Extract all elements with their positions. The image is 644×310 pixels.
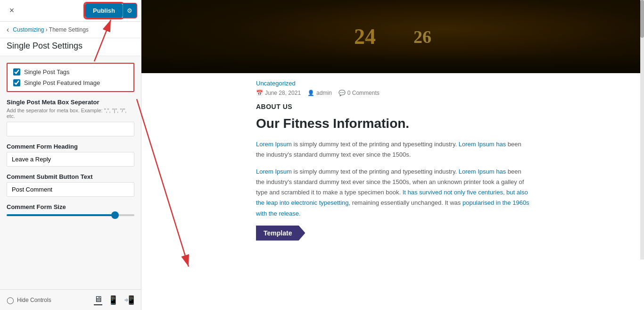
hero-image: 24 26 26 bbox=[141, 0, 644, 73]
tablet-icon: 📱 bbox=[108, 295, 118, 305]
mobile-view-button[interactable]: 📲 bbox=[124, 294, 134, 305]
single-post-featured-image-label: Single Post Featured Image bbox=[24, 79, 100, 86]
comment-submit-input[interactable] bbox=[7, 182, 134, 197]
user-icon: 👤 bbox=[307, 90, 314, 96]
comment-icon: 💬 bbox=[339, 90, 346, 96]
post-body: Lorem Ipsum is simply dummy text of the … bbox=[256, 139, 529, 219]
hero-number-2: 26 bbox=[413, 27, 431, 47]
desktop-icon: 🖥 bbox=[94, 294, 102, 304]
comment-size-slider-track bbox=[7, 214, 134, 216]
back-button[interactable]: ‹ bbox=[7, 25, 9, 34]
post-paragraph-2: Lorem Ipsum is simply dummy text of the … bbox=[256, 167, 529, 218]
post-paragraph-1: Lorem Ipsum is simply dummy text of the … bbox=[256, 139, 529, 160]
comment-size-label: Comment Form Size bbox=[7, 203, 134, 210]
calendar-icon: 📅 bbox=[256, 90, 263, 96]
preview-scrollbar-thumb[interactable] bbox=[640, 0, 644, 38]
separator-group: Single Post Meta Box Seperator Add the s… bbox=[7, 99, 134, 136]
lorem-link-3[interactable]: Lorem Ipsum bbox=[256, 168, 292, 175]
preview-content: Uncategorized 📅 June 28, 2021 👤 admin 💬 … bbox=[247, 80, 539, 260]
post-heading-large: Our Fitness Information. bbox=[256, 115, 529, 132]
single-post-tags-label: Single Post Tags bbox=[24, 68, 70, 75]
sidebar: × Publish ⚙ ‹ Customizing › Theme Settin… bbox=[0, 0, 141, 310]
bottom-bar: ◯ Hide Controls 🖥 📱 📲 bbox=[0, 289, 141, 310]
publish-area: Publish ⚙ bbox=[85, 4, 136, 17]
main-preview: 24 26 26 Uncategorized 📅 June 28, 2 bbox=[141, 0, 644, 310]
eye-icon: ◯ bbox=[7, 296, 14, 304]
post-comments: 💬 0 Comments bbox=[339, 90, 380, 96]
comment-size-group: Comment Form Size bbox=[7, 203, 134, 216]
desktop-view-button[interactable]: 🖥 bbox=[94, 294, 102, 305]
single-post-featured-image-row: Single Post Featured Image bbox=[13, 79, 128, 86]
checkbox-section: Single Post Tags Single Post Featured Im… bbox=[7, 63, 134, 92]
comment-heading-input[interactable] bbox=[7, 152, 134, 167]
separator-input[interactable] bbox=[7, 122, 134, 136]
comment-heading-group: Comment Form Heading bbox=[7, 143, 134, 167]
tablet-view-button[interactable]: 📱 bbox=[108, 294, 118, 305]
post-category: Uncategorized bbox=[256, 80, 529, 87]
single-post-featured-image-checkbox[interactable] bbox=[13, 79, 20, 86]
lorem-link-2[interactable]: Lorem Ipsum has bbox=[459, 141, 506, 148]
breadcrumb-customizing[interactable]: Customizing bbox=[13, 26, 44, 33]
post-author: 👤 admin bbox=[307, 90, 332, 96]
separator-desc: Add the seperator for meta box. Example:… bbox=[7, 108, 134, 119]
post-meta: 📅 June 28, 2021 👤 admin 💬 0 Comments bbox=[256, 90, 529, 96]
mobile-icon: 📲 bbox=[124, 295, 134, 305]
publish-button[interactable]: Publish bbox=[85, 4, 123, 17]
separator-label: Single Post Meta Box Seperator bbox=[7, 99, 134, 106]
hide-controls-button[interactable]: ◯ Hide Controls bbox=[7, 296, 51, 304]
template-button-label: Template bbox=[264, 229, 292, 237]
topbar: × Publish ⚙ bbox=[0, 0, 141, 22]
sidebar-content: Single Post Tags Single Post Featured Im… bbox=[0, 56, 141, 289]
single-post-tags-checkbox[interactable] bbox=[13, 68, 20, 75]
comment-heading-label: Comment Form Heading bbox=[7, 143, 134, 150]
single-post-tags-row: Single Post Tags bbox=[13, 68, 128, 75]
breadcrumb: Customizing › Theme Settings bbox=[13, 26, 89, 33]
close-button[interactable]: × bbox=[5, 4, 19, 18]
post-date: 📅 June 28, 2021 bbox=[256, 90, 301, 96]
post-heading-small: ABOUT US bbox=[256, 103, 529, 110]
comment-submit-label: Comment Submit Button Text bbox=[7, 173, 134, 180]
comment-submit-group: Comment Submit Button Text bbox=[7, 173, 134, 197]
preview-scrollbar[interactable] bbox=[640, 0, 644, 260]
breadcrumb-bar: ‹ Customizing › Theme Settings bbox=[0, 22, 141, 38]
gear-icon: ⚙ bbox=[127, 7, 132, 14]
lorem-link-1[interactable]: Lorem Ipsum bbox=[256, 141, 292, 148]
lorem-link-4[interactable]: Lorem Ipsum has bbox=[459, 168, 506, 175]
comment-size-slider-thumb[interactable] bbox=[111, 211, 119, 219]
publish-settings-button[interactable]: ⚙ bbox=[123, 4, 136, 17]
page-title-bar: Single Post Settings bbox=[0, 38, 141, 56]
page-title: Single Post Settings bbox=[7, 41, 134, 51]
device-icons: 🖥 📱 📲 bbox=[94, 294, 134, 305]
template-button[interactable]: Template bbox=[256, 226, 305, 241]
